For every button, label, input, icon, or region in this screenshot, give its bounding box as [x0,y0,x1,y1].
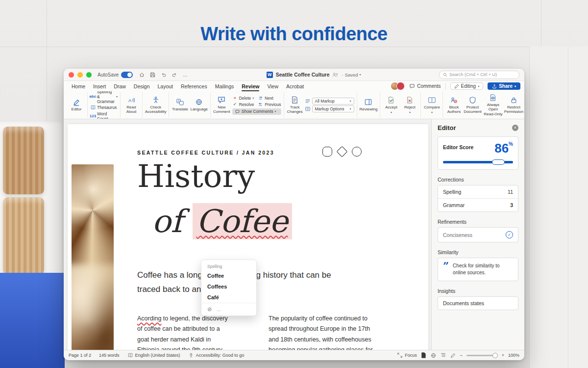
correction-row-spelling[interactable]: Spelling 11 [438,185,518,198]
show-comments-label: Show Comments [242,109,273,114]
conciseness-label: Conciseness [443,232,472,238]
all-markup-dropdown[interactable]: All Markup▾ [305,98,354,105]
score-progress-bar [443,161,513,163]
saved-status[interactable]: · Saved ▾ [342,72,361,78]
spelling-grammar-button[interactable]: abc Spelling & Grammar ▾ [90,91,118,104]
correction-row-grammar[interactable]: Grammar 3 [438,199,518,211]
track-changes-button[interactable]: Track Changes [287,96,303,114]
new-comment-button[interactable]: New Comment [213,96,230,114]
focus-mode-button[interactable]: Focus [397,352,417,358]
delete-comment-button[interactable]: × Delete ▾ [232,96,254,101]
divider [445,83,446,90]
comments-label: Comments [417,83,441,89]
misspelled-word-highlight[interactable]: Cofee [193,203,292,239]
close-window-button[interactable] [69,72,74,78]
document-stats-label: Documents states [443,300,484,306]
delete-icon: × [232,96,238,101]
check-accessibility-button[interactable]: Check Accessibility [145,96,167,114]
document-page[interactable]: SEATTLE COFFEE CULTURE / JAN 2023 Histor… [68,124,428,350]
resolve-comment-button[interactable]: ✓ Resolve [232,102,254,107]
reviewing-button[interactable]: Reviewing [360,98,378,111]
more-options-icon[interactable]: … [217,307,221,312]
block-authors-button[interactable]: Block Authors [445,96,462,114]
reject-button[interactable]: Reject ▾ [401,96,418,113]
read-aloud-button[interactable]: A Read Aloud [123,96,140,114]
comments-button[interactable]: Comments [409,83,441,89]
suggestion-coffee[interactable]: Coffee [201,270,256,281]
similarity-card[interactable]: ” Check for similarity to online sources… [438,258,518,281]
protect-document-button[interactable]: Protect Document [464,96,481,114]
ribbon-group-comments: New Comment × Delete ▾ Next [211,92,284,118]
zoom-out-button[interactable]: – [460,353,463,358]
suggestion-cafe[interactable]: Café [201,292,256,303]
chevron-down-icon: ▾ [478,85,479,88]
print-layout-view-icon[interactable] [421,352,427,358]
refinement-row-conciseness[interactable]: Conciseness ✓ [438,228,518,242]
home-icon[interactable] [139,72,145,78]
minimize-window-button[interactable] [77,72,83,78]
tab-insert[interactable]: Insert [89,82,110,90]
previous-comment-button[interactable]: Previous [258,102,281,107]
save-icon[interactable] [149,72,156,78]
thesaurus-button[interactable]: Thesaurus [90,105,118,110]
track-changes-icon [291,96,299,104]
editor-button[interactable]: Editor [68,98,85,111]
accessibility-indicator[interactable]: Accessibility: Good to go [188,352,245,358]
tab-acrobat[interactable]: Acrobat [282,82,308,90]
autosave-toggle[interactable] [121,72,133,78]
more-commands-icon[interactable]: … [182,72,188,78]
editing-mode-button[interactable]: Editing ▾ [450,82,484,90]
tab-layout[interactable]: Layout [153,82,177,90]
corrections-section-label: Corrections [438,177,518,183]
restrict-permission-icon [510,96,518,104]
tab-mailings[interactable]: Mailings [211,82,238,90]
editor-score-label: Editor Score [443,144,473,150]
quote-icon: ” [443,263,449,270]
show-comments-button[interactable]: Show Comments ▾ [232,108,281,115]
page-indicator[interactable]: Page 1 of 2 [69,353,91,358]
tab-draw[interactable]: Draw [110,82,130,90]
zoom-slider-knob[interactable] [492,353,498,358]
suggestion-coffees[interactable]: Coffees [201,281,256,292]
redo-icon[interactable] [171,72,177,78]
outline-view-icon[interactable] [441,352,446,358]
undo-icon[interactable] [160,72,167,78]
web-layout-view-icon[interactable] [431,352,437,358]
draft-view-icon[interactable] [450,352,456,358]
document-heading-line1: History [137,160,255,192]
tab-review[interactable]: Review [238,82,263,90]
tab-references[interactable]: References [177,82,211,90]
tab-view[interactable]: View [263,82,282,90]
language-button[interactable]: Language [190,98,208,111]
word-count-indicator[interactable]: 145 words [99,353,120,358]
zoom-level[interactable]: 100% [508,353,519,358]
restrict-permission-button[interactable]: Restrict Permission [505,96,522,114]
language-indicator[interactable]: English (United States) [127,352,180,358]
zoom-window-button[interactable] [86,72,92,78]
search-input[interactable]: Search (Cmd + Ctrl + U) [439,71,519,79]
accept-button[interactable]: Accept ▾ [383,96,399,113]
translate-button[interactable]: A Translate [172,98,188,111]
document-title[interactable]: Seattle Coffee Culture [276,72,330,78]
avatar[interactable] [396,82,405,90]
close-pane-icon[interactable]: × [512,125,518,131]
insight-row-document-stats[interactable]: Documents states [438,297,518,310]
misspelled-word[interactable]: Acording [137,315,161,322]
ignore-icon[interactable]: ⊘ [207,306,212,313]
compare-button[interactable]: Compare ▾ [423,96,440,113]
markup-options-dropdown[interactable]: Markup Options▾ [305,105,354,112]
word-count-button[interactable]: 123 Word Count [90,111,118,120]
always-open-read-only-button[interactable]: Always Open Read-Only [483,94,503,116]
tab-home[interactable]: Home [68,82,89,90]
share-button[interactable]: Share ▾ [488,82,520,90]
chevron-down-icon: ▾ [350,100,351,103]
tab-design[interactable]: Design [130,82,154,90]
zoom-slider[interactable] [466,355,498,356]
body-column-1: Acording to legend, the discovery of cof… [137,314,228,350]
ribbon-group-accessibility: Check Accessibility [143,92,170,118]
similarity-section-label: Similarity [438,249,518,255]
insights-section-label: Insights [438,288,518,294]
next-comment-button[interactable]: Next [258,96,273,101]
zoom-in-button[interactable]: + [502,353,504,358]
accessibility-icon [151,96,160,104]
